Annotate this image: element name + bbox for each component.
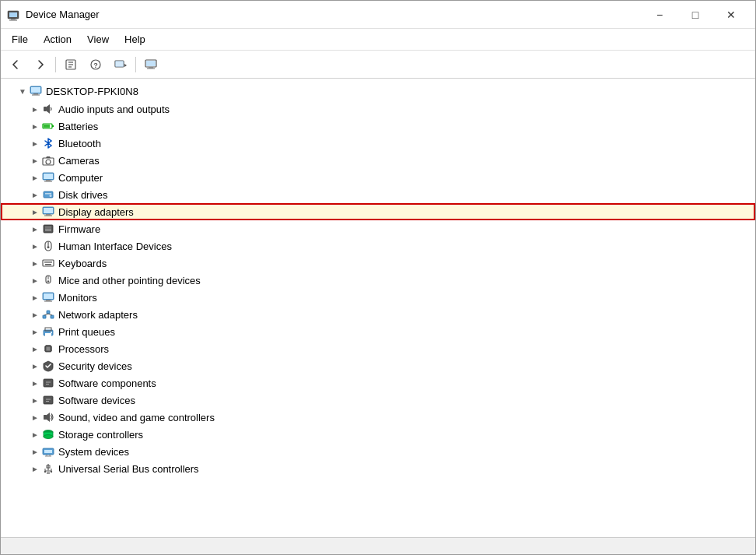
processor-icon xyxy=(41,342,55,356)
menu-help[interactable]: Help xyxy=(117,30,153,48)
tree-item-print-13[interactable]: ►Print queues xyxy=(1,323,755,340)
tree-item-label: Keyboards xyxy=(58,258,107,269)
tree-item-audio-0[interactable]: ►Audio inputs and outputs xyxy=(1,100,755,118)
svg-point-53 xyxy=(47,280,49,282)
bluetooth-icon xyxy=(41,136,55,150)
toolbar-separator-2 xyxy=(135,57,136,72)
tree-item-system-20[interactable]: ►System devices xyxy=(1,443,755,460)
tree-item-network-12[interactable]: ►Network adapters xyxy=(1,306,755,323)
tree-item-software-16[interactable]: ►Software components xyxy=(1,374,755,392)
tree-item-hid-8[interactable]: ►Human Interface Devices xyxy=(1,237,755,255)
svg-rect-37 xyxy=(44,216,52,216)
network-icon xyxy=(41,307,55,321)
security-icon xyxy=(41,359,55,373)
svg-point-43 xyxy=(47,246,50,248)
properties-button[interactable] xyxy=(59,54,82,75)
expand-arrow: ► xyxy=(29,137,41,149)
svg-point-96 xyxy=(51,471,52,472)
menu-file[interactable]: File xyxy=(4,30,36,48)
expand-arrow: ► xyxy=(29,274,41,286)
root-computer-icon xyxy=(29,84,43,98)
forward-button[interactable] xyxy=(29,54,52,75)
tree-root[interactable]: ▼ DESKTOP-FPKI0N8 xyxy=(1,82,755,100)
svg-rect-20 xyxy=(32,95,40,96)
menu-view[interactable]: View xyxy=(79,30,117,48)
svg-rect-50 xyxy=(45,264,51,265)
svg-rect-1 xyxy=(9,12,17,17)
expand-arrow: ► xyxy=(29,188,41,201)
display-button[interactable] xyxy=(139,54,163,75)
expand-arrow: ► xyxy=(29,308,41,321)
svg-marker-12 xyxy=(124,64,127,67)
tree-item-display-6[interactable]: ►Display adapters xyxy=(1,203,755,220)
title-bar: Device Manager − □ ✕ xyxy=(1,1,755,29)
svg-rect-97 xyxy=(47,472,50,474)
close-button[interactable]: ✕ xyxy=(713,3,749,26)
svg-rect-23 xyxy=(52,125,54,127)
svg-rect-19 xyxy=(33,93,38,95)
tree-item-security-15[interactable]: ►Security devices xyxy=(1,357,755,374)
tree-item-usb-21[interactable]: ►Universal Serial Bus controllers xyxy=(1,460,755,477)
expand-arrow: ► xyxy=(29,394,41,406)
tree-item-processor-14[interactable]: ►Processors xyxy=(1,340,755,357)
toolbar-separator-1 xyxy=(55,57,56,72)
expand-arrow: ► xyxy=(29,240,41,252)
svg-rect-39 xyxy=(45,227,51,231)
run-button[interactable] xyxy=(109,54,132,75)
svg-rect-84 xyxy=(44,415,47,420)
tree-item-label: Human Interface Devices xyxy=(58,241,172,252)
root-expand-arrow: ▼ xyxy=(16,85,29,97)
tree-item-keyboard-9[interactable]: ►Keyboards xyxy=(1,255,755,272)
expand-arrow: ► xyxy=(29,257,41,269)
svg-rect-18 xyxy=(31,87,40,93)
tree-item-software-17[interactable]: ►Software devices xyxy=(1,392,755,409)
maximize-button[interactable]: □ xyxy=(677,3,713,26)
help-button[interactable]: ? xyxy=(84,54,107,75)
svg-rect-28 xyxy=(44,174,53,179)
svg-text:?: ? xyxy=(93,61,98,69)
tree-item-label: Computer xyxy=(58,172,103,184)
back-button[interactable] xyxy=(4,54,27,75)
tree-view: ▼ DESKTOP-FPKI0N8 ►Audio inputs and outp… xyxy=(1,79,755,537)
tree-item-camera-3[interactable]: ►Cameras xyxy=(1,152,755,169)
tree-item-battery-1[interactable]: ►Batteries xyxy=(1,118,755,135)
software-icon xyxy=(41,393,55,407)
svg-rect-59 xyxy=(47,311,50,314)
tree-item-sound-18[interactable]: ►Sound, video and game controllers xyxy=(1,409,755,426)
minimize-button[interactable]: − xyxy=(642,3,677,26)
tree-item-label: Processors xyxy=(58,343,109,355)
tree-item-monitor-11[interactable]: ►Monitors xyxy=(1,289,755,306)
expand-arrow: ► xyxy=(29,377,41,389)
svg-point-66 xyxy=(51,332,52,333)
expand-arrow: ► xyxy=(29,291,41,304)
tree-item-label: Universal Serial Bus controllers xyxy=(58,463,199,475)
tree-item-bluetooth-2[interactable]: ►Bluetooth xyxy=(1,135,755,152)
tree-item-label: Software components xyxy=(58,378,156,389)
tree-item-label: Storage controllers xyxy=(58,429,143,441)
tree-item-computer-4[interactable]: ►Computer xyxy=(1,169,755,186)
svg-rect-45 xyxy=(44,262,46,263)
svg-rect-47 xyxy=(51,262,52,263)
svg-rect-24 xyxy=(44,125,50,128)
tree-item-storage-19[interactable]: ►Storage controllers xyxy=(1,426,755,443)
svg-rect-68 xyxy=(47,347,51,351)
expand-arrow: ► xyxy=(29,445,41,458)
firmware-icon xyxy=(41,222,55,236)
tree-item-mouse-10[interactable]: ►Mice and other pointing devices xyxy=(1,272,755,289)
tree-item-firmware-7[interactable]: ►Firmware xyxy=(1,220,755,237)
root-label: DESKTOP-FPKI0N8 xyxy=(46,86,138,97)
tree-item-label: Sound, video and game controllers xyxy=(58,412,215,423)
toolbar: ? xyxy=(1,51,755,79)
usb-icon xyxy=(41,462,55,476)
keyboard-icon xyxy=(41,256,55,270)
app-icon xyxy=(7,9,19,21)
tree-item-disk-5[interactable]: ►Disk drives xyxy=(1,186,755,203)
menu-action[interactable]: Action xyxy=(36,30,79,48)
svg-rect-2 xyxy=(11,19,16,20)
svg-rect-81 xyxy=(44,396,53,404)
svg-rect-65 xyxy=(45,333,51,337)
tree-item-label: Bluetooth xyxy=(58,138,101,149)
battery-icon xyxy=(41,119,55,133)
svg-rect-44 xyxy=(43,260,54,266)
expand-arrow: ► xyxy=(29,411,41,423)
